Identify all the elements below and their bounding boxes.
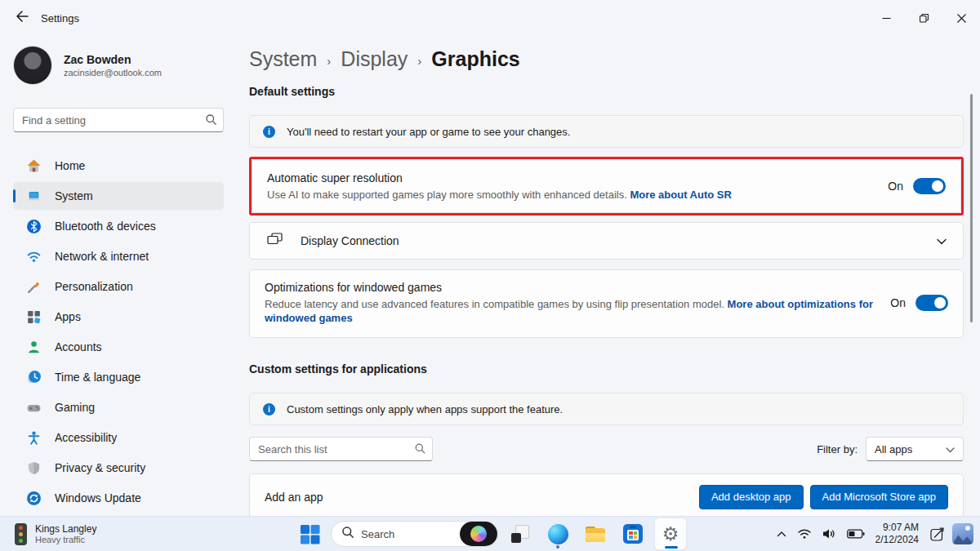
system-icon [26,189,42,204]
breadcrumb-separator: › [327,54,331,68]
auto-sr-title: Automatic super resolution [267,171,732,184]
settings-search-input[interactable] [13,108,224,132]
section-default-settings: Default settings [249,85,964,98]
restart-info-banner: i You'll need to restart your app or gam… [249,115,964,148]
home-icon [26,158,42,174]
back-button[interactable] [8,5,36,31]
search-icon [341,526,354,542]
filter-dropdown-value: All apps [875,443,912,455]
dark-square-app-icon [511,525,529,543]
chevron-down-icon [946,442,955,456]
close-button[interactable] [942,0,980,36]
edge-running-indicator [556,545,559,549]
filter-by-label: Filter by: [817,443,858,455]
taskbar-search-placeholder: Search [361,528,394,540]
copilot-icon [470,526,487,542]
sidebar-item-accessibility[interactable]: Accessibility [13,424,224,451]
filter-dropdown[interactable]: All apps [866,437,964,461]
taskbar-app-dark-square[interactable] [504,518,537,550]
widgets-button[interactable]: Kings Langley Heavy traffic [8,517,103,551]
widget-status: Heavy traffic [35,535,96,545]
windowed-games-state-label: On [890,296,906,309]
hidden-icons-button[interactable] [773,519,790,549]
restore-button[interactable] [905,0,942,36]
main-content: System › Display › Graphics Default sett… [237,36,980,516]
sidebar-item-accounts[interactable]: Accounts [13,333,224,361]
taskbar-search-button[interactable]: Search [331,521,499,547]
edge-icon [548,524,568,544]
info-icon: i [263,126,275,138]
gaming-icon [26,400,42,415]
taskbar-app-file-explorer[interactable] [579,518,612,550]
widget-location: Kings Langley [35,523,96,535]
sidebar-item-apps[interactable]: Apps [13,303,224,331]
sidebar-item-bluetooth[interactable]: Bluetooth & devices [13,212,224,240]
wifi-icon [797,528,812,540]
auto-sr-setting-card: Automatic super resolution Use AI to mak… [252,159,961,213]
window-controls [867,0,980,36]
taskbar-app-store[interactable] [617,518,649,550]
section-custom-settings: Custom settings for applications [249,362,964,375]
clock[interactable]: 9:07 AM 2/12/2024 [872,522,922,546]
copilot-button[interactable] [460,522,497,546]
breadcrumb-system[interactable]: System [249,47,317,71]
auto-sr-toggle[interactable] [913,178,946,194]
breadcrumb-display[interactable]: Display [341,47,408,71]
pen-notification-icon [929,527,945,542]
file-explorer-icon [586,527,605,542]
user-profile[interactable]: Zac Bowden zacinsider@outlook.com [13,46,224,85]
display-connection-expander[interactable]: Display Connection [249,222,964,260]
auto-sr-state-label: On [888,180,903,193]
breadcrumb: System › Display › Graphics [249,47,964,71]
windowed-games-description: Reduce latency and use advanced features… [265,297,884,325]
minimize-button[interactable] [867,0,905,36]
sidebar-item-network[interactable]: Network & internet [13,242,224,270]
accounts-icon [26,340,42,355]
app-list-search-input[interactable] [249,437,433,461]
sidebar-item-windows-update[interactable]: Windows Update [13,484,224,512]
clock-date: 2/12/2024 [875,534,919,546]
annotation-highlight-box: Automatic super resolution Use AI to mak… [249,157,964,216]
windowed-games-toggle[interactable] [915,295,948,311]
sidebar-item-home[interactable]: Home [13,152,224,180]
wifi-tray-button[interactable] [794,519,815,549]
sidebar-item-privacy[interactable]: Privacy & security [13,454,224,482]
gear-icon: ⚙ [662,525,679,544]
taskbar-app-edge[interactable] [541,518,574,550]
settings-searchbox [13,108,224,132]
auto-sr-learn-more-link[interactable]: More about Auto SR [630,189,731,201]
notification-pen-button[interactable] [926,519,948,549]
taskbar: Kings Langley Heavy traffic Search [0,516,980,551]
start-button[interactable] [293,518,326,550]
sidebar-nav: Home System Bluetooth & devices Network … [13,152,224,512]
privacy-icon [26,460,42,476]
app-title: Settings [41,12,79,24]
sidebar-item-gaming[interactable]: Gaming [13,393,224,421]
scrollbar-thumb[interactable] [970,94,973,322]
add-desktop-app-button[interactable]: Add desktop app [699,485,804,509]
apps-icon [26,309,42,325]
chevron-down-icon [937,233,947,248]
traffic-light-icon [15,523,27,545]
sidebar-item-system[interactable]: System [13,182,224,210]
sidebar-item-personalization[interactable]: Personalization [13,273,224,300]
taskbar-app-settings-active[interactable]: ⚙ [654,518,687,550]
chevron-up-icon [777,531,786,537]
avatar [13,46,52,85]
back-arrow-icon [16,10,29,26]
search-icon [205,113,217,129]
battery-tray-button[interactable] [844,519,868,549]
user-name: Zac Bowden [64,53,162,66]
time-language-icon [26,370,42,385]
add-app-label: Add an app [265,491,323,504]
speaker-icon [822,528,836,540]
custom-settings-info-banner: i Custom settings only apply when apps s… [249,393,964,425]
volume-tray-button[interactable] [819,519,840,549]
breadcrumb-separator: › [417,54,421,68]
sidebar-item-time-language[interactable]: Time & language [13,363,224,391]
info-icon: i [263,403,275,415]
windows-logo-icon [300,524,320,544]
photos-tray-thumbnail[interactable] [952,523,973,544]
network-icon [26,249,42,264]
add-store-app-button[interactable]: Add Microsoft Store app [810,485,948,509]
